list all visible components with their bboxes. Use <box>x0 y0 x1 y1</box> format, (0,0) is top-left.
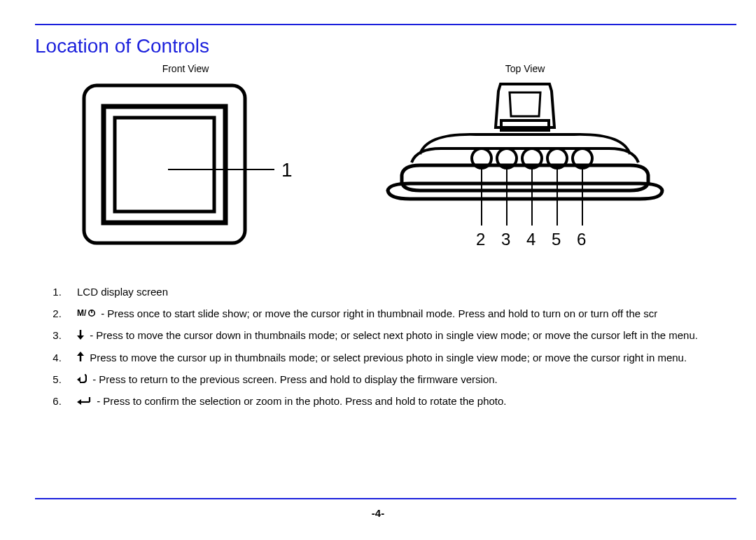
list-item: - Press to return to the previous screen… <box>64 369 736 391</box>
svg-text:5: 5 <box>552 230 561 249</box>
svg-rect-0 <box>84 85 245 243</box>
enter-icon <box>77 392 91 413</box>
controls-list: LCD display screen M/ - Press once to st… <box>35 282 736 413</box>
menu-power-icon: M/ <box>77 303 95 325</box>
svg-marker-24 <box>77 335 84 340</box>
svg-text:4: 4 <box>526 230 536 249</box>
svg-text:M/: M/ <box>77 309 87 317</box>
list-item: Press to move the cursor up in thumbnail… <box>64 347 736 369</box>
bottom-rule <box>35 498 736 499</box>
svg-text:3: 3 <box>501 230 510 249</box>
front-view-diagram: 1 <box>77 78 294 250</box>
svg-text:2: 2 <box>476 230 485 249</box>
page-title: Location of Controls <box>35 35 736 57</box>
arrow-down-icon <box>77 326 84 347</box>
list-item: - Press to move the cursor down in thumb… <box>64 325 736 347</box>
svg-marker-30 <box>77 399 81 405</box>
top-view-diagram: 2 3 4 5 6 <box>378 78 672 261</box>
page-number: -4- <box>0 507 756 519</box>
top-view-label: Top View <box>505 63 545 74</box>
svg-marker-26 <box>77 352 84 356</box>
svg-marker-27 <box>77 377 80 382</box>
top-rule <box>35 24 736 25</box>
arrow-up-icon <box>77 347 84 369</box>
svg-rect-2 <box>115 118 214 212</box>
svg-rect-1 <box>104 106 225 223</box>
list-item: - Press to confirm the selection or zoom… <box>64 391 736 413</box>
front-view-label: Front View <box>162 63 209 74</box>
back-icon <box>77 370 87 392</box>
callout-1: 1 <box>281 159 293 181</box>
list-item: LCD display screen <box>64 282 736 303</box>
svg-text:6: 6 <box>577 230 586 249</box>
list-item: M/ - Press once to start slide show; or … <box>64 303 736 325</box>
